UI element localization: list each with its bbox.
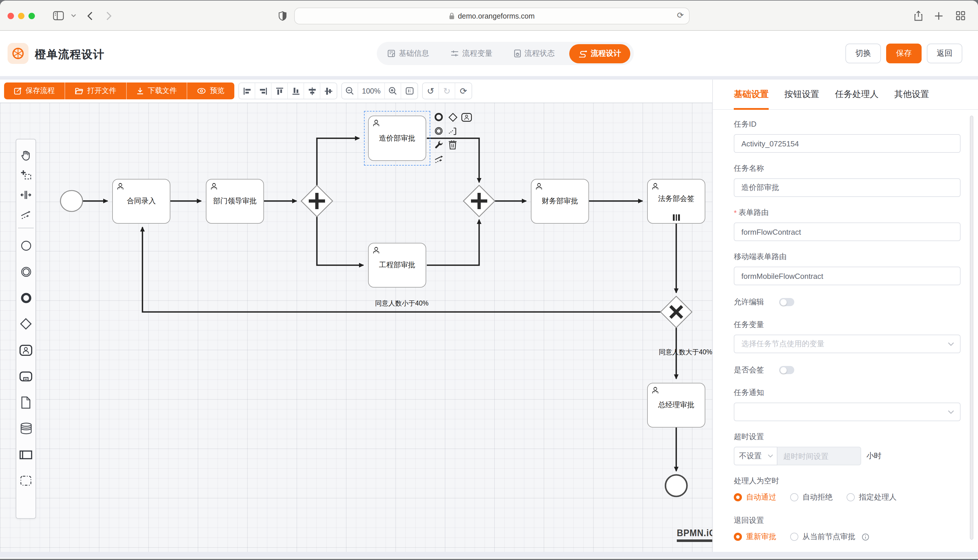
panel-scrollbar[interactable] xyxy=(970,116,973,540)
align-left-button[interactable] xyxy=(239,83,255,99)
append-end-event-icon[interactable] xyxy=(433,111,445,123)
tab-task-assignee[interactable]: 任务处理人 xyxy=(835,80,879,109)
redo-button[interactable]: ↻ xyxy=(439,83,455,99)
align-center-vertical-button[interactable] xyxy=(320,83,337,99)
bpmn-io-watermark: BPMN.iO xyxy=(677,527,712,542)
bpmn-canvas[interactable]: 合同录入 部门领导审批 造价部审批 工程部审批 财务部审批 法务部会签 xyxy=(0,103,712,552)
zoom-out-button[interactable] xyxy=(342,83,358,99)
multi-instance-marker xyxy=(673,214,680,221)
append-text-annotation-icon[interactable] xyxy=(446,125,459,137)
sidebar-icon[interactable] xyxy=(51,9,65,23)
align-right-button[interactable] xyxy=(255,83,271,99)
connect-tool-icon[interactable] xyxy=(433,153,445,165)
status-doc-icon xyxy=(514,49,521,58)
align-group xyxy=(238,82,337,99)
task-node-engineering-approve[interactable]: 工程部审批 xyxy=(368,243,426,288)
task-node-gm-approve[interactable]: 总经理审批 xyxy=(647,383,705,428)
task-node-dept-leader-approve[interactable]: 部门领导审批 xyxy=(206,179,264,223)
tab-basic-info[interactable]: 基础信息 xyxy=(380,48,436,59)
citrus-icon xyxy=(12,47,24,60)
reject-setting-options: 重新审批 从当前节点审批 xyxy=(734,530,944,543)
radio-dot xyxy=(790,493,798,501)
mobile-form-route-label: 移动端表单路由 xyxy=(734,252,944,262)
address-bar[interactable]: demo.orangeforms.com ⟳ xyxy=(294,8,690,24)
tab-basic-settings[interactable]: 基础设置 xyxy=(734,80,769,109)
reload-icon[interactable]: ⟳ xyxy=(677,10,684,20)
share-icon[interactable] xyxy=(911,9,925,23)
trash-icon[interactable] xyxy=(446,139,459,151)
radio-dot-selected xyxy=(734,533,742,541)
task-node-cost-dept-approve[interactable]: 造价部审批 xyxy=(368,116,426,161)
user-icon xyxy=(535,182,543,190)
task-name-input[interactable] xyxy=(734,178,961,197)
shield-icon[interactable] xyxy=(276,9,289,23)
page-bottom-strip xyxy=(0,552,978,558)
task-node-contract-entry[interactable]: 合同录入 xyxy=(112,179,171,223)
panel-body: 任务ID 任务名称 * 表单路由 移动端表单路由 允许编辑 任务变量 选择任务节… xyxy=(713,110,962,543)
edge-label-gt40[interactable]: 同意人数大于40% xyxy=(659,348,712,357)
tab-flow-design[interactable]: 流程设计 xyxy=(569,44,630,63)
start-event xyxy=(60,190,83,212)
switch-button[interactable]: 切换 xyxy=(846,43,881,63)
radio-assign-handler[interactable]: 指定处理人 xyxy=(847,492,897,502)
tab-other-settings[interactable]: 其他设置 xyxy=(894,80,929,109)
tab-button-settings[interactable]: 按钮设置 xyxy=(784,80,819,109)
save-button[interactable]: 保存 xyxy=(886,43,921,63)
mobile-form-route-input[interactable] xyxy=(734,267,961,285)
flow-edges xyxy=(0,103,712,552)
align-bottom-button[interactable] xyxy=(288,83,304,99)
radio-from-current-node[interactable]: 从当前节点审批 xyxy=(790,532,869,542)
form-doc-icon xyxy=(387,49,395,58)
save-flow-button[interactable]: 保存流程 xyxy=(4,82,65,99)
radio-auto-pass[interactable]: 自动通过 xyxy=(734,492,776,502)
user-icon xyxy=(116,182,124,190)
preview-button[interactable]: 预览 xyxy=(187,82,234,99)
allow-edit-toggle[interactable] xyxy=(779,298,794,306)
task-label: 财务部审批 xyxy=(542,197,578,206)
minimize-window-button[interactable] xyxy=(18,13,24,19)
align-top-button[interactable] xyxy=(271,83,288,99)
append-user-task-icon[interactable] xyxy=(460,111,473,123)
radio-dot xyxy=(790,533,798,541)
forward-icon[interactable] xyxy=(102,9,116,23)
timeout-mode-select[interactable]: 不设置 xyxy=(734,447,777,465)
chevron-down-icon[interactable] xyxy=(66,9,80,23)
select-placeholder: 选择任务节点使用的变量 xyxy=(741,339,824,349)
zoom-in-button[interactable] xyxy=(385,83,401,99)
zoom-level[interactable]: 100% xyxy=(358,83,385,99)
open-file-button[interactable]: 打开文件 xyxy=(65,82,127,99)
task-variable-select[interactable]: 选择任务节点使用的变量 xyxy=(734,335,961,353)
undo-button[interactable]: ↺ xyxy=(423,83,439,99)
wrench-icon[interactable] xyxy=(433,139,445,151)
task-node-legal-countersign[interactable]: 法务部会签 xyxy=(647,179,705,223)
back-button[interactable]: 返回 xyxy=(927,43,962,63)
append-intermediate-event-icon[interactable] xyxy=(433,125,445,137)
close-window-button[interactable] xyxy=(8,13,14,19)
task-variable-label: 任务变量 xyxy=(734,320,944,330)
countersign-toggle[interactable] xyxy=(779,366,794,374)
task-notice-select[interactable] xyxy=(734,403,961,421)
header-actions: 切换 保存 返回 xyxy=(846,43,962,63)
parallel-gateway-split xyxy=(301,185,333,217)
zoom-window-button[interactable] xyxy=(28,13,35,19)
align-center-horizontal-button[interactable] xyxy=(304,83,320,99)
reset-button[interactable]: ⟳ xyxy=(455,83,471,99)
timeout-value-input[interactable] xyxy=(777,447,861,465)
fit-viewport-button[interactable] xyxy=(401,83,418,99)
task-id-input[interactable] xyxy=(734,134,961,153)
tab-flow-status[interactable]: 流程状态 xyxy=(507,48,562,59)
new-tab-icon[interactable] xyxy=(931,9,945,23)
radio-re-approve[interactable]: 重新审批 xyxy=(734,532,776,542)
folder-open-icon xyxy=(75,87,83,94)
append-gateway-icon[interactable] xyxy=(446,111,459,123)
form-route-input[interactable] xyxy=(734,222,961,241)
tab-overview-icon[interactable] xyxy=(954,9,968,23)
eye-icon xyxy=(197,88,206,94)
download-file-button[interactable]: 下载文件 xyxy=(127,82,187,99)
tab-flow-variables[interactable]: 流程变量 xyxy=(444,48,500,59)
radio-auto-reject[interactable]: 自动拒绝 xyxy=(790,492,833,502)
back-icon[interactable] xyxy=(83,9,97,23)
edge-label-lt40[interactable]: 同意人数小于40% xyxy=(375,299,428,308)
task-node-finance-approve[interactable]: 财务部审批 xyxy=(531,179,589,223)
tab-label: 流程设计 xyxy=(591,48,621,59)
